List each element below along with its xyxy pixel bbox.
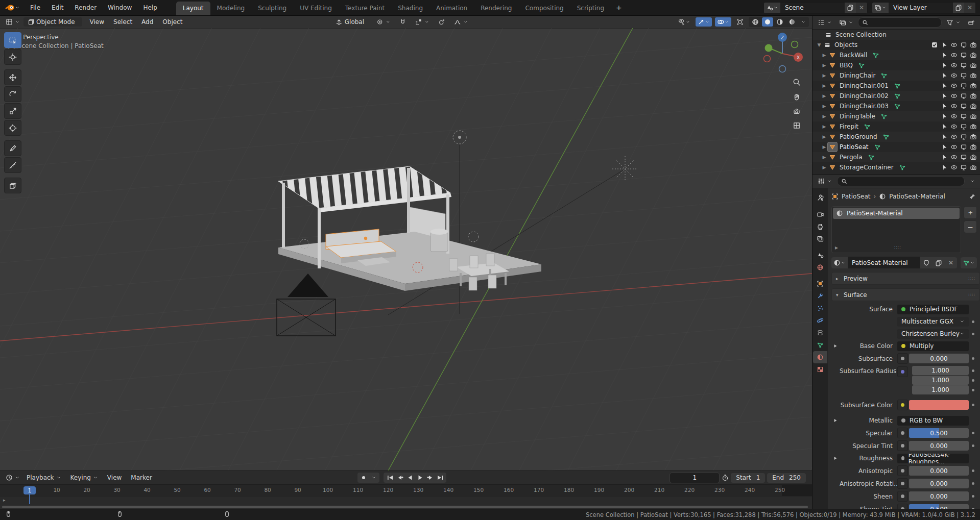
decorator-dot[interactable] (969, 333, 977, 335)
input-socket[interactable] (897, 428, 908, 438)
tool-select-box[interactable] (4, 32, 21, 48)
hide-viewport-icon[interactable] (950, 52, 958, 59)
disable-viewport-icon[interactable] (960, 133, 967, 140)
outliner-row-object[interactable]: ▶ StorageContainer (812, 162, 980, 172)
expand-icon[interactable]: ▶ (821, 73, 828, 78)
decorator-dot[interactable] (969, 495, 977, 498)
material-name-field[interactable]: PatioSeat-Material (848, 257, 920, 268)
hide-viewport-icon[interactable] (950, 133, 958, 140)
scene-selector[interactable]: Scene ✕ (763, 2, 868, 14)
disable-render-icon[interactable] (970, 123, 977, 130)
expand-icon[interactable]: ▶ (821, 124, 828, 129)
properties-tab-texture[interactable] (813, 363, 827, 376)
view-layer-selector[interactable]: View Layer ✕ (872, 2, 976, 14)
workspace-tab-shading[interactable]: Shading (391, 2, 429, 15)
properties-tab-tool[interactable] (813, 192, 827, 204)
end-frame-field[interactable]: End 250 (767, 473, 806, 483)
overlays-toggle[interactable] (715, 17, 731, 27)
outliner-row-object[interactable]: ▶ Firepit (812, 121, 980, 132)
disable-viewport-icon[interactable] (960, 123, 967, 130)
navigation-gizmo[interactable]: Z X (760, 30, 805, 77)
breadcrumb-material[interactable]: PatioSeat-Material (889, 193, 945, 200)
material-slot-list[interactable]: PatioSeat-Material ▸∷∷ (831, 206, 961, 253)
outliner-row-object[interactable]: ▶ DiningTable (812, 111, 980, 121)
disable-render-icon[interactable] (970, 41, 977, 48)
hide-viewport-icon[interactable] (950, 103, 958, 110)
timeline-menu-keying[interactable]: Keying (66, 473, 102, 482)
shading-options-dropdown[interactable] (799, 18, 808, 26)
expand-icon[interactable] (831, 418, 840, 423)
add-material-slot-button[interactable]: ＋ (964, 206, 977, 219)
copy-material-button[interactable] (933, 257, 945, 268)
tool-transform[interactable] (4, 120, 21, 136)
slider-field[interactable]: 0.000 (909, 354, 969, 363)
checkbox-icon[interactable] (931, 41, 938, 48)
slot-expand-icon[interactable]: ▸ (835, 244, 838, 251)
next-keyframe-button[interactable] (425, 473, 435, 482)
browse-material-dropdown[interactable] (831, 257, 848, 268)
expand-icon[interactable]: ▶ (821, 155, 828, 160)
expand-icon[interactable] (831, 456, 840, 460)
disable-render-icon[interactable] (970, 164, 977, 171)
expand-icon[interactable]: ▶ (821, 114, 828, 119)
disable-viewport-icon[interactable] (960, 113, 967, 120)
properties-tab-object[interactable] (813, 278, 827, 290)
workspace-tab-scripting[interactable]: Scripting (570, 2, 611, 15)
hide-viewport-icon[interactable] (950, 62, 958, 69)
outliner-row-object[interactable]: ▶ BackWall (812, 50, 980, 60)
scene-icon[interactable] (764, 3, 780, 13)
workspace-tab-compositing[interactable]: Compositing (518, 2, 570, 15)
preview-panel-header[interactable]: ▸ Preview ∷∷ (831, 272, 980, 285)
zoom-icon[interactable] (793, 78, 801, 86)
timeline-menu-view[interactable]: View (103, 473, 126, 482)
outliner-filter-dropdown[interactable] (944, 18, 963, 27)
input-socket[interactable] (897, 465, 908, 476)
input-socket[interactable] (897, 353, 908, 364)
xray-toggle[interactable] (734, 17, 746, 27)
editor-type-button[interactable] (3, 17, 22, 27)
expand-icon[interactable]: ▶ (821, 104, 828, 109)
viewport-menu-select[interactable]: Select (109, 17, 137, 27)
properties-tab-modifiers[interactable] (813, 290, 827, 302)
selectable-icon[interactable] (941, 82, 948, 89)
play-reverse-button[interactable] (405, 473, 415, 482)
expand-icon[interactable] (831, 344, 840, 348)
outliner-editor-type-button[interactable] (815, 18, 834, 27)
color-swatch[interactable] (909, 400, 969, 410)
scene-copy-button[interactable] (845, 3, 856, 13)
decorator-dot[interactable] (969, 469, 977, 472)
outliner-row-object[interactable]: ▶ Pergola (812, 152, 980, 162)
properties-tab-constraints[interactable] (813, 327, 827, 339)
properties-tab-render[interactable] (813, 208, 827, 220)
shading-material-button[interactable] (774, 17, 785, 27)
scrollbar-thumb[interactable] (2, 506, 808, 508)
selectable-icon[interactable] (941, 113, 948, 120)
disable-viewport-icon[interactable] (960, 164, 967, 171)
properties-tab-physics[interactable] (813, 314, 827, 327)
gizmo-x-neg-axis[interactable] (764, 56, 771, 62)
scene-unlink-button[interactable]: ✕ (856, 3, 867, 13)
input-socket[interactable] (897, 504, 908, 509)
keying-dropdown[interactable] (369, 473, 378, 482)
tool-measure[interactable] (4, 157, 21, 173)
channel-expand-icon[interactable]: ▸ (3, 498, 6, 503)
expand-icon[interactable]: ▶ (821, 134, 828, 139)
disable-viewport-icon[interactable] (960, 62, 967, 69)
outliner-row-object[interactable]: ▶ PatioSeat (812, 142, 980, 152)
timeline-menu-marker[interactable]: Marker (127, 473, 156, 482)
gizmo-z-neg-axis[interactable] (779, 66, 786, 72)
unlink-material-button[interactable]: ✕ (945, 257, 957, 268)
disable-viewport-icon[interactable] (960, 103, 967, 110)
selectable-icon[interactable] (941, 133, 948, 140)
node-link-field[interactable]: RGB to BW (897, 416, 969, 426)
selectable-icon[interactable] (941, 154, 948, 161)
disable-render-icon[interactable] (970, 103, 977, 110)
timeline-editor-type-button[interactable] (3, 473, 22, 482)
tool-add-cube[interactable] (4, 178, 21, 193)
decorator-dot[interactable] (969, 320, 977, 323)
tool-rotate[interactable] (4, 86, 21, 102)
expand-icon[interactable]: ▶ (821, 63, 828, 68)
input-socket[interactable] (897, 366, 908, 377)
workspace-tab-modeling[interactable]: Modeling (210, 2, 252, 15)
viewport-menu-add[interactable]: Add (137, 17, 158, 27)
